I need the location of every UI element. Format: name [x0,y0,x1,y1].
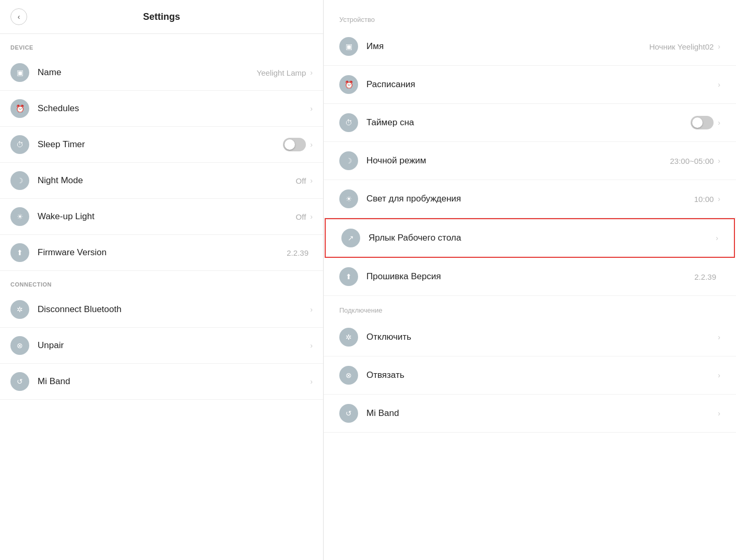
left-panel: ‹ Settings DEVICE ▣ Name Yeelight Lamp ›… [0,0,324,560]
wake-up-light-icon: ☀ [10,207,29,226]
mi-band-icon: ↺ [10,372,29,391]
right-panel: Устройство ▣ Имя Ночник Yeelight02 › ⏰ Р… [324,0,736,560]
unpair-chevron: › [310,341,313,350]
night-mode-label: Night Mode [38,175,296,186]
right-shortcut-icon: ↗ [341,229,360,247]
wake-up-light-value: Off [296,212,306,221]
right-device-section-label: Устройство [324,5,736,28]
settings-header: ‹ Settings [0,0,323,34]
right-mi-band-label: Mi Band [366,408,718,419]
settings-item-name[interactable]: ▣ Name Yeelight Lamp › [0,55,323,91]
right-shortcut-label: Ярлык Рабочего стола [369,233,716,243]
firmware-icon: ⬆ [10,243,29,262]
back-icon: ‹ [18,13,20,21]
right-name-value: Ночник Yeelight02 [649,42,714,51]
right-mi-band-icon: ↺ [339,404,358,423]
right-schedules-label: Расписания [366,79,718,90]
right-settings-item-firmware[interactable]: ⬆ Прошивка Версия 2.2.39 [324,258,736,296]
schedules-icon: ⏰ [10,99,29,118]
bluetooth-icon: ✲ [10,300,29,319]
right-unpair-icon: ⊗ [339,366,358,385]
right-shortcut-chevron: › [716,234,718,242]
schedules-chevron: › [310,104,313,113]
right-connection-list: ✲ Отключить › ⊗ Отвязать › ↺ Mi Band › [324,318,736,433]
right-bluetooth-icon: ✲ [339,328,358,347]
right-firmware-label: Прошивка Версия [366,271,694,282]
right-settings-item-shortcut[interactable]: ↗ Ярлык Рабочего стола › [325,218,735,258]
right-schedules-chevron: › [718,80,720,89]
name-icon: ▣ [10,63,29,82]
name-value: Yeelight Lamp [257,68,306,77]
right-settings-item-disconnect[interactable]: ✲ Отключить › [324,318,736,356]
right-wake-up-light-label: Свет для пробуждения [366,194,694,204]
right-device-list: ▣ Имя Ночник Yeelight02 › ⏰ Расписания ›… [324,28,736,296]
mi-band-chevron: › [310,377,313,386]
right-name-label: Имя [366,41,649,52]
right-settings-item-unpair[interactable]: ⊗ Отвязать › [324,356,736,395]
wake-up-light-chevron: › [310,212,313,221]
settings-item-unpair[interactable]: ⊗ Unpair › [0,328,323,364]
settings-item-wake-up-light[interactable]: ☀ Wake-up Light Off › [0,199,323,235]
right-night-mode-icon: ☽ [339,151,358,170]
settings-item-mi-band[interactable]: ↺ Mi Band › [0,364,323,400]
night-mode-chevron: › [310,176,313,185]
right-settings-item-sleep-timer[interactable]: ⏱ Таймер сна › [324,104,736,142]
right-unpair-label: Отвязать [366,370,718,380]
right-night-mode-label: Ночной режим [366,156,670,166]
right-sleep-timer-chevron: › [718,118,720,127]
right-schedules-icon: ⏰ [339,75,358,94]
right-name-chevron: › [718,42,720,51]
sleep-timer-icon: ⏱ [10,135,29,154]
name-chevron: › [310,68,313,77]
unpair-label: Unpair [38,340,310,351]
right-night-mode-value: 23:00~05:00 [670,157,714,165]
right-wake-up-light-chevron: › [718,195,720,203]
night-mode-value: Off [296,176,306,185]
name-label: Name [38,67,257,78]
right-firmware-value: 2.2.39 [694,272,716,281]
firmware-label: Firmware Version [38,247,287,258]
settings-item-night-mode[interactable]: ☽ Night Mode Off › [0,163,323,199]
right-mi-band-chevron: › [718,409,720,418]
right-name-icon: ▣ [339,37,358,56]
right-settings-item-night-mode[interactable]: ☽ Ночной режим 23:00~05:00 › [324,142,736,180]
device-settings-list: ▣ Name Yeelight Lamp › ⏰ Schedules › ⏱ S… [0,55,323,271]
right-settings-item-name[interactable]: ▣ Имя Ночник Yeelight02 › [324,28,736,66]
firmware-value: 2.2.39 [287,248,308,257]
right-settings-item-mi-band[interactable]: ↺ Mi Band › [324,395,736,433]
mi-band-label: Mi Band [38,376,310,387]
settings-item-disconnect-bluetooth[interactable]: ✲ Disconnect Bluetooth › [0,292,323,328]
sleep-timer-chevron: › [310,140,313,149]
schedules-label: Schedules [38,103,310,114]
back-button[interactable]: ‹ [10,8,27,25]
settings-item-schedules[interactable]: ⏰ Schedules › [0,91,323,127]
unpair-icon: ⊗ [10,336,29,355]
right-settings-item-schedules[interactable]: ⏰ Расписания › [324,66,736,104]
device-section-label: DEVICE [0,34,323,55]
page-title: Settings [143,11,180,22]
right-disconnect-label: Отключить [366,332,718,342]
sleep-timer-label: Sleep Timer [38,139,283,150]
right-connection-section-label: Подключение [324,296,736,318]
right-sleep-timer-label: Таймер сна [366,117,691,128]
sleep-timer-toggle[interactable] [283,138,306,151]
right-settings-item-wake-up-light[interactable]: ☀ Свет для пробуждения 10:00 › [324,180,736,218]
wake-up-light-label: Wake-up Light [38,211,296,222]
right-disconnect-chevron: › [718,333,720,341]
right-wake-up-light-value: 10:00 [694,195,714,204]
settings-item-firmware[interactable]: ⬆ Firmware Version 2.2.39 [0,235,323,271]
right-wake-up-light-icon: ☀ [339,189,358,208]
right-unpair-chevron: › [718,371,720,379]
connection-settings-list: ✲ Disconnect Bluetooth › ⊗ Unpair › ↺ Mi… [0,292,323,400]
connection-section-label: CONNECTION [0,271,323,292]
right-sleep-timer-toggle[interactable] [691,116,714,129]
right-night-mode-chevron: › [718,157,720,165]
right-firmware-icon: ⬆ [339,267,358,286]
disconnect-bluetooth-chevron: › [310,305,313,314]
right-sleep-timer-icon: ⏱ [339,113,358,132]
disconnect-bluetooth-label: Disconnect Bluetooth [38,304,310,315]
night-mode-icon: ☽ [10,171,29,190]
settings-item-sleep-timer[interactable]: ⏱ Sleep Timer › [0,127,323,163]
